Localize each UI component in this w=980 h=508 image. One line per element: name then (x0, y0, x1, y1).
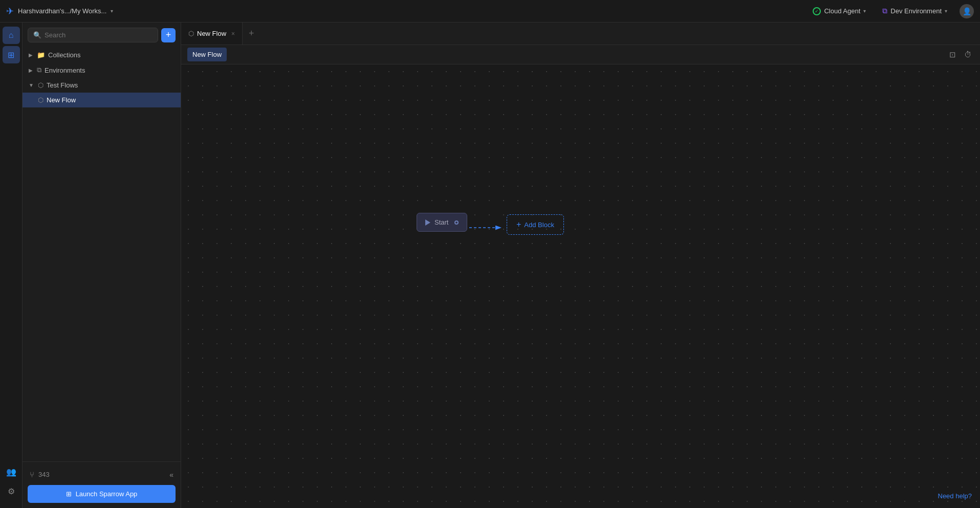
agent-chevron-icon: ▾ (863, 8, 866, 14)
content-area: ⬡ New Flow × + New Flow ⊡ ⏱ Sta (181, 23, 980, 508)
env-chevron-icon: ▾ (945, 8, 947, 14)
sub-tab-bar: New Flow ⊡ ⏱ (181, 45, 980, 64)
environments-label: Environments (45, 67, 85, 74)
tab-new-flow[interactable]: ⬡ New Flow × (181, 23, 243, 45)
github-icon: ⑂ (30, 470, 34, 479)
start-play-icon (425, 219, 430, 226)
start-label: Start (434, 218, 448, 226)
top-bar-left: ✈ Harshvardhan's.../My Works... ▾ (6, 6, 113, 17)
testflows-label: Test Flows (47, 81, 78, 89)
search-icon: 🔍 (33, 31, 41, 39)
sidebar-item-environments[interactable]: ▶ ⧉ Environments (23, 62, 181, 78)
workspace-chevron-icon[interactable]: ▾ (111, 8, 113, 14)
sidebar-item-test-flows[interactable]: ▼ ⬡ Test Flows (23, 78, 181, 93)
top-bar: ✈ Harshvardhan's.../My Works... ▾ ✓ Clou… (0, 0, 980, 23)
agent-status-icon: ✓ (813, 7, 821, 15)
tab-label: New Flow (197, 30, 226, 37)
new-flow-item-label: New Flow (47, 96, 76, 104)
launch-icon: ⊞ (66, 490, 72, 498)
clock-icon-button[interactable]: ⏱ (962, 48, 974, 61)
dev-environment-button[interactable]: ⧉ Dev Environment ▾ (878, 5, 951, 17)
add-block-label: Add Block (524, 221, 554, 229)
testflows-chevron-icon: ▼ (29, 82, 34, 88)
settings-icon[interactable]: ⚙ (3, 482, 20, 500)
workspace-name[interactable]: Harshvardhan's.../My Works... (18, 7, 106, 15)
github-row: ⑂ 343 « (28, 467, 176, 482)
search-input[interactable] (45, 31, 153, 39)
flow-canvas[interactable]: Start + Add Block (181, 64, 980, 508)
sub-tab-right: ⊡ ⏱ (947, 48, 974, 61)
sidebar-item-new-flow[interactable]: ⬡ New Flow (23, 93, 181, 107)
add-block-node[interactable]: + Add Block (507, 214, 564, 235)
agent-label: Cloud Agent (824, 7, 860, 15)
home-icon[interactable]: ⌂ (3, 27, 20, 44)
tab-flow-icon: ⬡ (188, 30, 194, 37)
rail-bottom: 👥 ⚙ (3, 463, 20, 504)
flow-connector (465, 224, 506, 225)
collections-chevron-icon: ▶ (29, 52, 33, 58)
app-logo-icon: ✈ (6, 6, 14, 17)
collections-folder-icon: 📁 (37, 51, 45, 59)
env-stack-icon: ⧉ (882, 7, 887, 15)
tab-close-icon[interactable]: × (231, 30, 235, 37)
search-box[interactable]: 🔍 (28, 28, 158, 42)
sidebar-bottom: ⑂ 343 « ⊞ Launch Sparrow App (23, 461, 181, 508)
need-help-link[interactable]: Need help? (938, 492, 972, 500)
launch-label: Launch Sparrow App (76, 490, 138, 498)
tab-add-button[interactable]: + (243, 23, 260, 45)
tabs-bar: ⬡ New Flow × + (181, 23, 980, 45)
top-bar-right: ✓ Cloud Agent ▾ ⧉ Dev Environment ▾ 👤 (809, 4, 974, 18)
clock-icon: ⏱ (964, 50, 972, 59)
sidebar-tree: ▶ 📁 Collections ▶ ⧉ Environments ▼ ⬡ Tes… (23, 46, 181, 461)
add-block-plus-icon: + (516, 220, 521, 229)
collections-label: Collections (48, 51, 81, 59)
subtab-new-flow[interactable]: New Flow (187, 48, 227, 61)
collapse-button[interactable]: « (169, 471, 173, 479)
users-icon[interactable]: 👥 (3, 463, 20, 480)
launch-sparrow-button[interactable]: ⊞ Launch Sparrow App (28, 485, 176, 503)
terminal-icon: ⊡ (949, 50, 956, 59)
sidebar: 🔍 + ▶ 📁 Collections ▶ ⧉ Environments ▼ ⬡ (23, 23, 181, 508)
cloud-agent-button[interactable]: ✓ Cloud Agent ▾ (809, 5, 870, 17)
new-flow-item-icon: ⬡ (38, 96, 43, 104)
main-layout: ⌂ ⊞ 👥 ⚙ 🔍 + ▶ 📁 Collections ▶ ⧉ (0, 23, 980, 508)
environments-stack-icon: ⧉ (37, 66, 41, 74)
sidebar-item-collections[interactable]: ▶ 📁 Collections (23, 48, 181, 62)
avatar-icon: 👤 (963, 7, 971, 15)
github-count: 343 (38, 471, 50, 478)
start-node[interactable]: Start (417, 213, 467, 232)
user-avatar[interactable]: 👤 (960, 4, 974, 18)
terminal-icon-button[interactable]: ⊡ (947, 48, 958, 61)
sidebar-top: 🔍 + (23, 23, 181, 46)
grid-icon[interactable]: ⊞ (3, 46, 20, 63)
testflows-flow-icon: ⬡ (38, 81, 43, 89)
icon-rail: ⌂ ⊞ 👥 ⚙ (0, 23, 23, 508)
add-button[interactable]: + (161, 28, 176, 42)
environments-chevron-icon: ▶ (29, 68, 33, 73)
env-label: Dev Environment (890, 7, 942, 15)
start-connector-dot (454, 220, 459, 225)
